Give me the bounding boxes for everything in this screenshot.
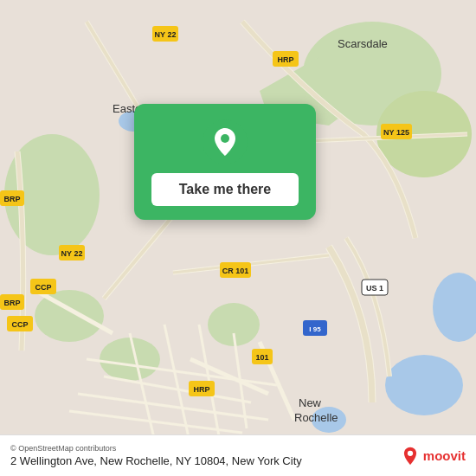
svg-text:NY 125: NY 125 bbox=[383, 128, 409, 137]
moovit-logo: moovit bbox=[401, 447, 466, 466]
svg-text:HRP: HRP bbox=[277, 55, 293, 64]
take-me-there-button[interactable]: Take me there bbox=[151, 173, 299, 206]
svg-point-63 bbox=[408, 450, 413, 455]
location-pin-icon bbox=[203, 119, 248, 164]
svg-point-10 bbox=[385, 355, 463, 415]
address-text: 2 Wellington Ave, New Rochelle, NY 10804… bbox=[10, 454, 302, 467]
svg-text:US 1: US 1 bbox=[366, 284, 383, 293]
svg-text:Rochelle: Rochelle bbox=[294, 411, 338, 424]
svg-point-62 bbox=[221, 134, 229, 143]
svg-text:CCP: CCP bbox=[11, 320, 28, 329]
bottom-bar: © OpenStreetMap contributors 2 Wellingto… bbox=[0, 434, 476, 476]
svg-text:BRP: BRP bbox=[3, 299, 20, 307]
osm-attribution: © OpenStreetMap contributors bbox=[10, 444, 302, 453]
svg-text:101: 101 bbox=[255, 353, 268, 362]
map-background: NY 22 NY 22 HRP NY 125 CR 101 BRP BRP CC… bbox=[0, 0, 476, 476]
svg-text:HRP: HRP bbox=[193, 385, 209, 394]
map-container: NY 22 NY 22 HRP NY 125 CR 101 BRP BRP CC… bbox=[0, 0, 476, 476]
svg-point-6 bbox=[100, 338, 160, 381]
moovit-pin-icon bbox=[401, 447, 420, 466]
bottom-left: © OpenStreetMap contributors 2 Wellingto… bbox=[10, 444, 302, 467]
svg-text:I 95: I 95 bbox=[309, 325, 321, 333]
svg-text:CCP: CCP bbox=[35, 283, 51, 292]
moovit-brand-text: moovit bbox=[423, 448, 466, 463]
location-card: Take me there bbox=[134, 104, 316, 220]
svg-text:CR 101: CR 101 bbox=[222, 267, 249, 275]
svg-text:BRP: BRP bbox=[3, 195, 20, 203]
svg-text:New: New bbox=[299, 396, 322, 409]
svg-text:NY 22: NY 22 bbox=[61, 249, 83, 258]
svg-text:NY 22: NY 22 bbox=[155, 30, 177, 39]
svg-text:Scarsdale: Scarsdale bbox=[338, 37, 388, 50]
